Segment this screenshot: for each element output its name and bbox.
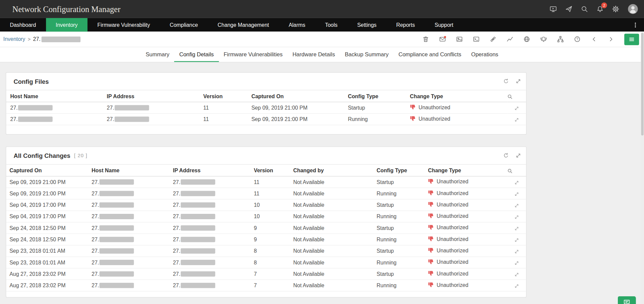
expand-panel-icon[interactable] xyxy=(516,153,521,159)
captured-on-cell: Aug 27, 2018 23:02 PM xyxy=(6,280,92,291)
table-header-row: Captured On Host Name IP Address Version… xyxy=(6,164,526,176)
nav-item-change-management[interactable]: Change Management xyxy=(208,18,279,32)
row-expand-icon[interactable] xyxy=(514,272,519,277)
redacted-host-name xyxy=(99,283,134,288)
tab-firmware-vulnerabilities[interactable]: Firmware Vulnerabilities xyxy=(219,47,287,62)
table-row[interactable]: Sep 24, 2018 12:50 PM 27. 27. 9 Not Avai… xyxy=(6,234,526,245)
row-expand-icon[interactable] xyxy=(514,226,519,231)
nav-item-reports[interactable]: Reports xyxy=(386,18,425,32)
vertical-scrollbar[interactable] xyxy=(641,32,644,304)
table-row[interactable]: Sep 24, 2018 12:50 PM 27. 27. 9 Not Avai… xyxy=(6,222,526,234)
row-expand-icon[interactable] xyxy=(514,117,519,122)
expand-panel-icon[interactable] xyxy=(516,78,521,84)
screen-share-icon[interactable] xyxy=(549,5,557,13)
config-files-panel: Config Files Host Name IP Address xyxy=(6,72,527,135)
scrollbar-thumb[interactable] xyxy=(641,33,643,135)
col-captured-on: Captured On xyxy=(6,164,92,176)
redacted-ip-address xyxy=(115,117,149,122)
row-expand-icon[interactable] xyxy=(514,284,519,289)
nav-item-firmware-vulnerability[interactable]: Firmware Vulnerability xyxy=(88,18,160,32)
table-row[interactable]: Sep 04, 2019 17:00 PM 27. 27. 10 Not Ava… xyxy=(6,199,526,210)
row-expand-icon[interactable] xyxy=(514,237,519,242)
col-change-type: Change Type xyxy=(410,90,507,102)
nav-item-settings[interactable]: Settings xyxy=(347,18,386,32)
nav-item-compliance[interactable]: Compliance xyxy=(160,18,208,32)
tab-hardware-details[interactable]: Hardware Details xyxy=(287,47,340,62)
refresh-icon[interactable] xyxy=(503,153,509,159)
delete-icon[interactable] xyxy=(422,36,429,43)
chat-feedback-button[interactable] xyxy=(618,296,636,304)
ip-address-prefix: 27. xyxy=(173,248,180,254)
table-row[interactable]: Aug 27, 2018 23:02 PM 27. 27. 7 Not Avai… xyxy=(6,268,526,280)
nav-item-alarms[interactable]: Alarms xyxy=(279,18,315,32)
row-expand-icon[interactable] xyxy=(514,180,519,185)
table-row[interactable]: Sep 23, 2018 01:01 AM 27. 27. 8 Not Avai… xyxy=(6,257,526,268)
version-cell: 11 xyxy=(203,102,251,113)
redacted-ip-address xyxy=(181,283,215,288)
mail-icon[interactable] xyxy=(439,36,446,43)
tab-config-details[interactable]: Config Details xyxy=(174,47,219,62)
table-row[interactable]: 27. 27. 11 Sep 09, 2019 21:00 PM Running… xyxy=(6,114,526,125)
tab-summary[interactable]: Summary xyxy=(141,47,174,62)
nav-item-dashboard[interactable]: Dashboard xyxy=(0,18,46,32)
tab-compliance-and-conflicts[interactable]: Compliance and Conflicts xyxy=(393,47,466,62)
notifications-bell-icon[interactable]: 2 xyxy=(596,5,604,13)
line-chart-icon[interactable] xyxy=(506,36,514,43)
changed-by-cell: Not Available xyxy=(293,234,377,245)
row-expand-icon[interactable] xyxy=(514,203,519,208)
table-search-icon[interactable] xyxy=(507,168,513,173)
settings-gear-icon[interactable] xyxy=(612,5,619,13)
nav-item-support[interactable]: Support xyxy=(425,18,463,32)
table-row[interactable]: Aug 27, 2018 23:02 PM 27. 27. 7 Not Avai… xyxy=(6,280,526,291)
table-row[interactable]: Sep 23, 2018 01:01 AM 27. 27. 8 Not Avai… xyxy=(6,245,526,257)
menu-icon[interactable] xyxy=(624,34,639,45)
change-type-label: Unauthorized xyxy=(437,213,469,219)
kebab-menu-icon[interactable] xyxy=(627,18,644,32)
table-row[interactable]: Sep 09, 2019 21:00 PM 27. 27. 11 Not Ava… xyxy=(6,176,526,188)
refresh-icon[interactable] xyxy=(503,78,509,84)
change-type-label: Unauthorized xyxy=(437,190,469,196)
user-avatar[interactable] xyxy=(628,4,638,14)
thumbs-down-icon xyxy=(410,104,416,110)
chevron-right-icon[interactable] xyxy=(607,36,614,43)
globe-icon[interactable] xyxy=(523,36,530,43)
table-search-icon[interactable] xyxy=(507,94,513,99)
nav-item-inventory[interactable]: Inventory xyxy=(46,18,88,32)
tab-backup-summary[interactable]: Backup Summary xyxy=(340,47,393,62)
redacted-device-name xyxy=(41,36,80,42)
changed-by-cell: Not Available xyxy=(293,268,377,280)
version-cell: 7 xyxy=(254,280,293,291)
rocket-icon[interactable] xyxy=(565,5,573,13)
host-name-prefix: 27. xyxy=(92,225,99,231)
changed-by-cell: Not Available xyxy=(293,211,377,222)
breadcrumb-inventory-link[interactable]: Inventory xyxy=(3,36,25,42)
help-icon[interactable]: ? xyxy=(574,36,581,43)
row-expand-icon[interactable] xyxy=(514,106,519,111)
chevron-left-icon[interactable] xyxy=(591,36,598,43)
row-expand-icon[interactable] xyxy=(514,191,519,196)
table-row[interactable]: Sep 04, 2019 17:00 PM 27. 27. 10 Not Ava… xyxy=(6,211,526,222)
topology-icon[interactable] xyxy=(557,36,564,43)
redacted-ip-address xyxy=(181,260,215,265)
redacted-host-name xyxy=(18,117,53,122)
config-type-cell: Running xyxy=(377,280,428,291)
col-changed-by: Changed by xyxy=(293,164,377,176)
tab-operations[interactable]: Operations xyxy=(466,47,503,62)
config-files-table: Host Name IP Address Version Captured On… xyxy=(6,90,526,125)
redacted-ip-address xyxy=(181,237,215,242)
thumbs-down-icon xyxy=(428,248,434,253)
alarm-icon[interactable] xyxy=(540,36,547,43)
col-ip-address: IP Address xyxy=(173,164,254,176)
row-expand-icon[interactable] xyxy=(514,249,519,254)
table-row[interactable]: Sep 09, 2019 21:00 PM 27. 27. 11 Not Ava… xyxy=(6,188,526,199)
nav-item-tools[interactable]: Tools xyxy=(315,18,347,32)
snapshot-icon[interactable] xyxy=(456,36,463,43)
redacted-host-name xyxy=(99,191,134,196)
table-row[interactable]: 27. 27. 11 Sep 09, 2019 21:00 PM Startup… xyxy=(6,102,526,113)
row-expand-icon[interactable] xyxy=(514,215,519,220)
terminal-icon[interactable] xyxy=(473,36,480,43)
link-icon[interactable] xyxy=(490,36,497,43)
row-expand-icon[interactable] xyxy=(514,260,519,265)
search-icon[interactable] xyxy=(581,5,588,13)
captured-on-cell: Sep 04, 2019 17:00 PM xyxy=(6,211,92,222)
